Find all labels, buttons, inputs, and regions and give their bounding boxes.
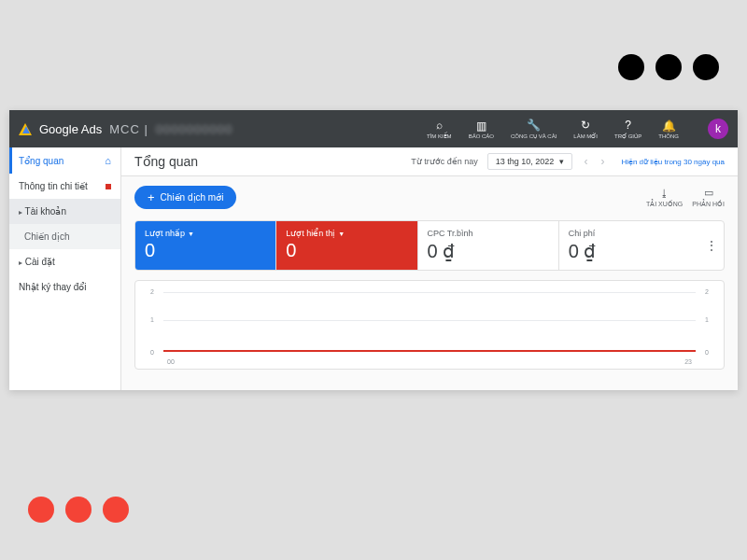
metric-card-1[interactable]: Lượt hiển thị ▼0 [276,221,417,270]
new-campaign-label: Chiến dịch mới [161,192,224,203]
main-area: Tổng quan Từ trước đến nay 13 thg 10, 20… [121,147,738,390]
top-action-label: THÔNG [658,133,679,139]
download-label: TẢI XUỐNG [646,201,683,208]
main-header: Tổng quan Từ trước đến nay 13 thg 10, 20… [121,147,738,176]
google-ads-app: Google Ads MCC | 0000000000 ⌕TÌM KIẾM▥BÁ… [9,110,738,390]
metric-label: CPC Tr.bình [428,229,549,238]
cards-more-button[interactable]: ⋮ [699,221,724,270]
feedback-label: PHẢN HỒI [692,201,725,208]
metric-value: 0 ₫ [428,240,549,262]
top-action-icon: 🔔 [662,119,676,133]
page-title: Tổng quan [134,154,402,169]
decorative-dots-bottom [28,497,129,523]
top-action-0[interactable]: ⌕TÌM KIẾM [422,119,457,139]
chevron-right-icon: ▸ [19,208,22,217]
show-30-days-link[interactable]: Hiện dữ liệu trong 30 ngày qua [621,158,725,166]
account-label[interactable]: MCC | [109,122,148,136]
top-action-icon: ▥ [476,119,486,133]
sidebar-item-0[interactable]: Tổng quan⌂ [9,147,120,174]
top-action-label: LÀM MỚI [573,133,598,139]
y-tick-right-2: 2 [705,288,709,295]
chart: 2 2 1 1 0 0 00 23 [134,280,725,370]
top-action-1[interactable]: ▥BÁO CÁO [464,119,499,139]
date-range-label: Từ trước đến nay [411,157,478,166]
google-ads-logo-icon [19,123,32,135]
user-avatar[interactable]: k [708,119,728,139]
y-tick-left-0: 0 [150,349,154,356]
top-action-5[interactable]: 🔔THÔNG [654,119,684,139]
plus-icon: + [148,191,155,203]
sidebar-item-label: ▸ Cài đặt [19,257,55,267]
top-action-label: BÁO CÁO [469,133,494,139]
metric-cards: Lượt nhấp ▼0Lượt hiển thị ▼0CPC Tr.bình … [134,220,725,271]
new-campaign-button[interactable]: + Chiến dịch mới [134,186,236,209]
sidebar-item-label: Nhật ký thay đổi [19,282,87,292]
metric-value: 0 [145,240,266,261]
y-tick-right-0: 0 [705,349,709,356]
sidebar: Tổng quan⌂Thông tin chi tiết▸ Tài khoảnC… [9,147,121,390]
metric-card-3[interactable]: Chi phí 0 ₫ [559,221,699,270]
top-action-icon: ⌕ [436,119,443,132]
top-action-icon: 🔧 [527,119,541,132]
top-action-3[interactable]: ↻LÀM MỚI [569,119,602,139]
sidebar-item-label: Thông tin chi tiết [19,181,88,191]
date-picker[interactable]: 13 thg 10, 2022 ▾ [487,153,573,170]
feedback-button[interactable]: ▭ PHẢN HỒI [692,187,725,208]
top-action-label: CÔNG CỤ VÀ CÀI [511,133,557,139]
sidebar-item-1[interactable]: Thông tin chi tiết [9,174,120,199]
date-next-button[interactable]: › [599,155,606,168]
metric-value: 0 [286,240,407,261]
date-picker-value: 13 thg 10, 2022 [496,157,555,166]
metric-card-2[interactable]: CPC Tr.bình 0 ₫ [418,221,559,270]
metric-card-0[interactable]: Lượt nhấp ▼0 [135,221,276,270]
sidebar-item-4[interactable]: ▸ Cài đặt [9,249,120,274]
y-tick-left-2: 2 [150,288,154,295]
badge-icon [106,184,111,189]
chevron-right-icon: ▸ [19,259,22,267]
metric-value: 0 ₫ [569,240,690,262]
account-id: 0000000000 [156,122,233,136]
decorative-dots-top [618,54,719,80]
sidebar-item-5[interactable]: Nhật ký thay đổi [9,274,120,300]
sidebar-item-label: ▸ Tài khoản [19,206,66,217]
download-icon: ⭳ [659,188,669,199]
chevron-down-icon: ▼ [338,231,345,237]
brand-name: Google Ads [39,122,102,136]
top-action-icon: ? [625,119,631,132]
download-button[interactable]: ⭳ TẢI XUỐNG [646,188,683,208]
metric-label: Lượt nhấp ▼ [145,229,266,238]
top-action-icon: ↻ [581,119,590,132]
sidebar-item-label: Tổng quan [19,156,63,166]
sidebar-item-3[interactable]: Chiến dịch [9,224,120,249]
x-tick-start: 00 [167,358,175,365]
chevron-down-icon: ▾ [559,157,564,166]
y-tick-right-1: 1 [705,316,709,323]
top-action-4[interactable]: ?TRỢ GIÚP [610,119,646,139]
y-tick-left-1: 1 [150,316,154,323]
home-icon: ⌂ [105,155,111,166]
top-action-label: TÌM KIẾM [427,133,452,139]
feedback-icon: ▭ [704,187,713,199]
series-line-impressions [163,350,696,352]
sidebar-item-label: Chiến dịch [24,231,69,242]
metric-label: Chi phí [569,229,690,238]
metric-label: Lượt hiển thị ▼ [286,229,407,238]
x-tick-end: 23 [684,358,692,365]
top-action-2[interactable]: 🔧CÔNG CỤ VÀ CÀI [506,119,561,139]
date-prev-button[interactable]: ‹ [582,155,589,168]
chevron-down-icon: ▼ [188,231,194,237]
top-action-label: TRỢ GIÚP [614,133,641,139]
top-bar: Google Ads MCC | 0000000000 ⌕TÌM KIẾM▥BÁ… [9,110,738,147]
action-row: + Chiến dịch mới ⭳ TẢI XUỐNG ▭ PHẢN HỒI [134,186,725,209]
sidebar-item-2[interactable]: ▸ Tài khoản [9,199,120,224]
